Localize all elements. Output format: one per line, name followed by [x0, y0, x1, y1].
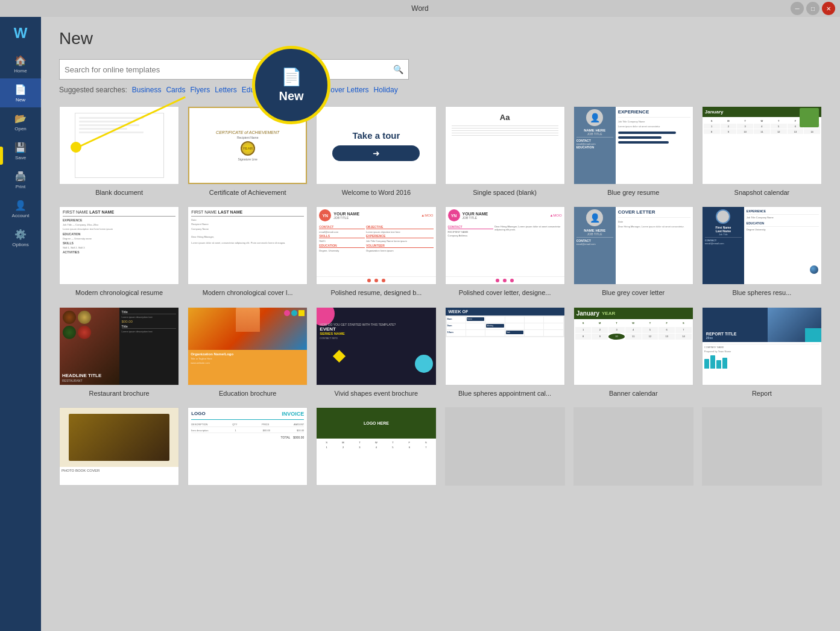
gc-d3: 3: [352, 445, 367, 449]
vb-text-area: HOW DO YOU GET STARTED WITH THIS TEMPLAT…: [320, 323, 432, 340]
inv-header: LOGO INVOICE: [191, 411, 304, 417]
pc-contact-sec: CONTACT: [448, 225, 494, 229]
search-bar[interactable]: 🔍: [59, 59, 409, 80]
template-snapshot-calendar[interactable]: January S M T W T F S 1 2: [702, 106, 822, 197]
template-report[interactable]: REPORT TITLE 20xx COMPANY NAME Prepared …: [702, 307, 822, 398]
suggested-business[interactable]: Business: [132, 86, 162, 94]
suggested-flyers[interactable]: Flyers: [190, 86, 210, 94]
close-button[interactable]: ✕: [822, 2, 835, 15]
eb-shape-s1: [298, 310, 305, 316]
bsr-job: Job Title: [705, 233, 742, 236]
search-icon[interactable]: 🔍: [393, 65, 403, 74]
template-modern-cover[interactable]: FIRST NAME LAST NAME Date Recipient Name…: [188, 206, 308, 297]
inv-total-label: TOTAL: [281, 436, 291, 439]
template-blue-grey-resume[interactable]: 👤 NAME HERE JOB TITLE CONTACT email@emai…: [573, 106, 693, 197]
template-invoice[interactable]: LOGO INVOICE DESCRIPTION QTY PRICE AMOUN…: [188, 407, 308, 489]
sc-visual: January S M T W T F S 1 2: [703, 107, 821, 184]
bc-header: January YEAR: [574, 308, 693, 319]
eb-shape-c1: [284, 310, 290, 316]
suggested-cards[interactable]: Cards: [166, 86, 185, 94]
minimize-button[interactable]: ─: [791, 2, 804, 15]
sidebar-item-options[interactable]: ⚙️ Options: [0, 223, 41, 252]
rb-visual: HEADLINE TITLE RESTAURANT Title Lorem ip…: [60, 308, 178, 385]
sidebar-item-open[interactable]: 📂 Open: [0, 107, 41, 136]
pr-initials: YN: [319, 209, 331, 221]
vb-contact: CONTACT INFO: [320, 337, 432, 340]
rb-title: HEADLINE TITLE: [62, 373, 117, 379]
bsc-e1: Event: [466, 317, 485, 323]
template-green-calendar[interactable]: LOGO HERE S M T W T F S 1: [316, 407, 436, 489]
bgr-exp-desc: Lorem ipsum dolor sit amet consectetur: [618, 125, 690, 128]
template-tour[interactable]: Take a tour ➜ Welcome to Word 2016: [316, 106, 436, 197]
template-blue-grey-cover[interactable]: 👤 NAME HERE JOB TITLE CONTACT email@emai…: [573, 206, 693, 297]
ss-title: Aa: [452, 113, 558, 122]
template-polished-cover[interactable]: YN YOUR NAME JOB TITLE ▲MOO CONTACT RECI…: [445, 206, 565, 297]
bsr-right: EXPERIENCE Job Title Company Name EDUCAT…: [744, 207, 821, 284]
template-label-eb: Education brochure: [188, 389, 308, 398]
template-label-pr: Polished resume, designed b...: [316, 288, 436, 297]
suggested-holiday[interactable]: Holiday: [374, 86, 398, 94]
bsc-e2: [485, 317, 504, 323]
sidebar-item-home[interactable]: 🏠 Home: [0, 49, 41, 78]
gc-visual: LOGO HERE S M T W T F S 1: [317, 408, 435, 485]
pr-name-text: YOUR NAME: [333, 212, 359, 216]
template-bs-calendar[interactable]: WEEK OF 8am Event 9am Meeting: [445, 307, 565, 398]
rt-header: REPORT TITLE 20xx: [703, 308, 821, 343]
print-icon: 🖨️: [14, 171, 27, 182]
templates-grid-row2: FIRST NAME LAST NAME EXPERIENCE Job Titl…: [59, 206, 822, 297]
rb-food-circles: [63, 311, 91, 339]
bsc-e3: [505, 317, 524, 323]
template-blue-spheres-resume[interactable]: First Name Last Name Job Title CONTACT e…: [702, 206, 822, 297]
pr-vol-text: Organization lorem ipsum: [366, 249, 434, 252]
mc-divider: [191, 216, 304, 217]
mr-edu-sec: EDUCATION: [63, 232, 175, 236]
mc-body: Lorem ipsum dolor sit amet, consectetur …: [191, 241, 304, 244]
ss-visual: Aa: [446, 107, 564, 184]
template-thumb-ss: Aa: [445, 106, 565, 185]
sc-c4: 4: [754, 124, 770, 128]
rt-bar2: [710, 355, 715, 369]
bgc-photo: 👤: [586, 209, 603, 226]
pc-dot2: [503, 279, 507, 282]
rt-bar1: [704, 359, 709, 369]
sidebar-item-new[interactable]: 📄 New: [0, 78, 41, 107]
suggested-education[interactable]: Education: [242, 86, 274, 94]
sc-month: January: [705, 109, 724, 115]
bc-2: 2: [592, 327, 608, 333]
pr-edu-sec: EDUCATION: [319, 244, 365, 248]
sidebar-item-account[interactable]: 👤 Account: [0, 194, 41, 223]
template-modern-resume[interactable]: FIRST NAME LAST NAME EXPERIENCE Job Titl…: [59, 206, 179, 297]
cert-subtitle-text: Recipient Name: [237, 136, 259, 139]
template-single-spaced[interactable]: Aa Single spaced (blank): [445, 106, 565, 197]
bc-12: 12: [642, 334, 658, 340]
template-thumb-sc: January S M T W T F S 1 2: [702, 106, 822, 185]
sidebar-item-save[interactable]: 💾 Save: [0, 136, 41, 165]
template-photo-book[interactable]: PHOTO BOOK COVER: [59, 407, 179, 489]
suggested-letters[interactable]: Letters: [215, 86, 237, 94]
bc-9: 9: [592, 334, 608, 340]
bc-8: 8: [575, 334, 592, 340]
rb-price: $00.00: [122, 320, 177, 323]
template-banner-calendar[interactable]: January YEAR S M T W T F S 1 2: [573, 307, 693, 398]
template-vivid-brochure[interactable]: HOW DO YOU GET STARTED WITH THIS TEMPLAT…: [316, 307, 436, 398]
sc-c13: 13: [788, 129, 804, 134]
inv-qty-hdr: QTY: [232, 423, 237, 426]
template-education-brochure[interactable]: Organization Name/Logo Title or Tagline …: [188, 307, 308, 398]
bsc-e14: [525, 330, 543, 336]
eb-child-body: [236, 308, 260, 332]
search-input[interactable]: [65, 65, 393, 74]
template-restaurant-brochure[interactable]: HEADLINE TITLE RESTAURANT Title Lorem ip…: [59, 307, 179, 398]
suggested-resumes[interactable]: Resumes and Cover Letters: [279, 86, 368, 94]
template-certificate[interactable]: CERTIFICATE of ACHIEVEMENT Recipient Nam…: [188, 106, 308, 197]
sidebar-account-label: Account: [12, 213, 30, 218]
tour-text: Take a tour: [352, 130, 400, 141]
template-polished-resume[interactable]: YN YOUR NAME JOB TITLE ▲MOO CONTACT emai…: [316, 206, 436, 297]
template-blank-document[interactable]: Blank document: [59, 106, 179, 197]
gc-d6: 6: [402, 445, 417, 449]
app-container: W 🏠 Home 📄 New 📂 Open 💾 Save 🖨️ Print 👤 …: [0, 17, 840, 631]
bsc-event2: Meeting: [486, 324, 504, 328]
bc-5: 5: [642, 327, 658, 333]
maximize-button[interactable]: □: [806, 2, 819, 15]
sidebar-item-print[interactable]: 🖨️ Print: [0, 165, 41, 194]
gc-w: W: [368, 440, 384, 445]
